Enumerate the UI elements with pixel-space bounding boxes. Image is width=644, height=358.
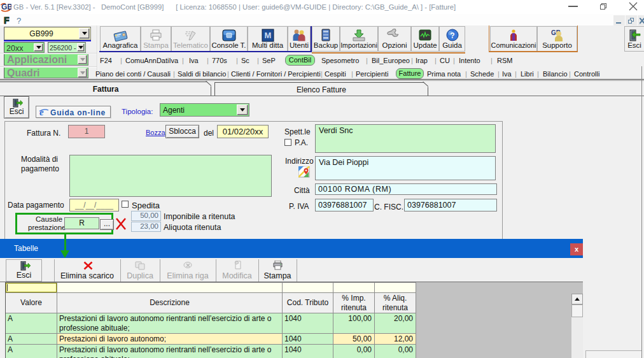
svg-text:?: ? <box>450 31 454 40</box>
svg-text:e: e <box>39 107 44 117</box>
svg-text:M: M <box>264 31 271 40</box>
svg-text:GB: GB <box>1 3 11 11</box>
